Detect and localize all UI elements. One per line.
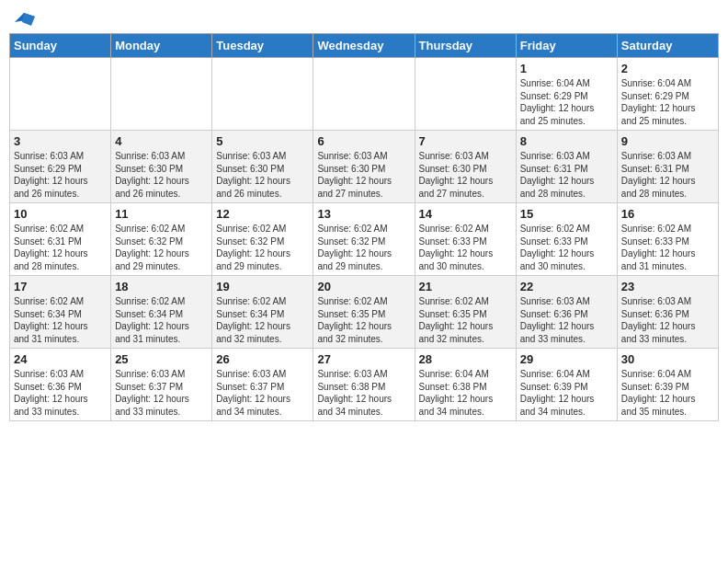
calendar-cell <box>111 58 212 131</box>
day-number: 10 <box>14 207 107 221</box>
day-number: 16 <box>621 207 714 221</box>
day-info: Sunrise: 6:03 AM Sunset: 6:36 PM Dayligh… <box>621 295 714 345</box>
day-number: 26 <box>216 352 309 366</box>
day-info: Sunrise: 6:02 AM Sunset: 6:31 PM Dayligh… <box>14 223 107 272</box>
calendar-cell: 19Sunrise: 6:02 AM Sunset: 6:34 PM Dayli… <box>212 276 313 349</box>
day-info: Sunrise: 6:03 AM Sunset: 6:37 PM Dayligh… <box>115 368 208 418</box>
day-number: 29 <box>520 352 613 366</box>
day-info: Sunrise: 6:02 AM Sunset: 6:34 PM Dayligh… <box>14 295 107 345</box>
calendar-cell: 24Sunrise: 6:03 AM Sunset: 6:36 PM Dayli… <box>10 349 111 421</box>
day-info: Sunrise: 6:04 AM Sunset: 6:39 PM Dayligh… <box>520 368 613 418</box>
day-number: 28 <box>419 352 512 366</box>
calendar-cell: 30Sunrise: 6:04 AM Sunset: 6:39 PM Dayli… <box>617 349 718 421</box>
calendar-cell <box>415 58 516 131</box>
calendar-cell: 3Sunrise: 6:03 AM Sunset: 6:29 PM Daylig… <box>10 131 111 203</box>
calendar-week-1: 1Sunrise: 6:04 AM Sunset: 6:29 PM Daylig… <box>10 58 719 131</box>
day-number: 17 <box>14 280 107 293</box>
calendar-cell: 25Sunrise: 6:03 AM Sunset: 6:37 PM Dayli… <box>111 349 212 421</box>
day-number: 6 <box>317 134 410 148</box>
calendar-cell: 23Sunrise: 6:03 AM Sunset: 6:36 PM Dayli… <box>617 276 718 349</box>
calendar-cell <box>10 58 111 131</box>
calendar-cell: 29Sunrise: 6:04 AM Sunset: 6:39 PM Dayli… <box>516 349 617 421</box>
calendar-cell: 4Sunrise: 6:03 AM Sunset: 6:30 PM Daylig… <box>111 131 212 203</box>
day-info: Sunrise: 6:03 AM Sunset: 6:38 PM Dayligh… <box>317 368 410 418</box>
calendar-cell <box>313 58 415 131</box>
calendar-cell: 9Sunrise: 6:03 AM Sunset: 6:31 PM Daylig… <box>617 131 718 203</box>
calendar-cell: 12Sunrise: 6:02 AM Sunset: 6:32 PM Dayli… <box>212 203 313 276</box>
calendar-cell: 22Sunrise: 6:03 AM Sunset: 6:36 PM Dayli… <box>516 276 617 349</box>
day-number: 22 <box>520 280 613 293</box>
header-day-thursday: Thursday <box>415 34 516 58</box>
calendar-cell: 13Sunrise: 6:02 AM Sunset: 6:32 PM Dayli… <box>313 203 415 276</box>
calendar-cell: 17Sunrise: 6:02 AM Sunset: 6:34 PM Dayli… <box>10 276 111 349</box>
day-number: 19 <box>216 280 309 293</box>
header-day-wednesday: Wednesday <box>313 34 415 58</box>
header-day-monday: Monday <box>111 34 212 58</box>
calendar-cell: 1Sunrise: 6:04 AM Sunset: 6:29 PM Daylig… <box>516 58 617 131</box>
day-number: 13 <box>317 207 410 221</box>
day-info: Sunrise: 6:02 AM Sunset: 6:34 PM Dayligh… <box>216 295 309 345</box>
calendar-cell: 7Sunrise: 6:03 AM Sunset: 6:30 PM Daylig… <box>415 131 516 203</box>
day-info: Sunrise: 6:02 AM Sunset: 6:35 PM Dayligh… <box>317 295 410 345</box>
day-info: Sunrise: 6:03 AM Sunset: 6:31 PM Dayligh… <box>621 150 714 200</box>
header-day-sunday: Sunday <box>10 34 111 58</box>
day-number: 8 <box>520 134 613 148</box>
day-info: Sunrise: 6:02 AM Sunset: 6:35 PM Dayligh… <box>419 295 512 345</box>
calendar-cell: 11Sunrise: 6:02 AM Sunset: 6:32 PM Dayli… <box>111 203 212 276</box>
calendar-cell: 16Sunrise: 6:02 AM Sunset: 6:33 PM Dayli… <box>617 203 718 276</box>
calendar-cell: 21Sunrise: 6:02 AM Sunset: 6:35 PM Dayli… <box>415 276 516 349</box>
day-info: Sunrise: 6:04 AM Sunset: 6:39 PM Dayligh… <box>621 368 714 418</box>
day-number: 23 <box>621 280 714 293</box>
calendar-cell: 10Sunrise: 6:02 AM Sunset: 6:31 PM Dayli… <box>10 203 111 276</box>
day-info: Sunrise: 6:03 AM Sunset: 6:29 PM Dayligh… <box>14 150 107 200</box>
day-number: 18 <box>115 280 208 293</box>
day-info: Sunrise: 6:04 AM Sunset: 6:29 PM Dayligh… <box>621 77 714 127</box>
calendar-cell: 2Sunrise: 6:04 AM Sunset: 6:29 PM Daylig… <box>617 58 718 131</box>
day-info: Sunrise: 6:02 AM Sunset: 6:33 PM Dayligh… <box>621 223 714 272</box>
day-info: Sunrise: 6:02 AM Sunset: 6:32 PM Dayligh… <box>216 223 309 272</box>
day-info: Sunrise: 6:03 AM Sunset: 6:37 PM Dayligh… <box>216 368 309 418</box>
day-number: 30 <box>621 352 714 366</box>
header-day-tuesday: Tuesday <box>212 34 313 58</box>
day-info: Sunrise: 6:02 AM Sunset: 6:32 PM Dayligh… <box>317 223 410 272</box>
calendar-cell: 5Sunrise: 6:03 AM Sunset: 6:30 PM Daylig… <box>212 131 313 203</box>
page-header <box>9 9 719 29</box>
calendar-cell: 18Sunrise: 6:02 AM Sunset: 6:34 PM Dayli… <box>111 276 212 349</box>
calendar-cell: 26Sunrise: 6:03 AM Sunset: 6:37 PM Dayli… <box>212 349 313 421</box>
day-number: 5 <box>216 134 309 148</box>
day-number: 3 <box>14 134 107 148</box>
day-number: 11 <box>115 207 208 221</box>
calendar-cell: 28Sunrise: 6:04 AM Sunset: 6:38 PM Dayli… <box>415 349 516 421</box>
calendar-cell: 8Sunrise: 6:03 AM Sunset: 6:31 PM Daylig… <box>516 131 617 203</box>
calendar-week-3: 10Sunrise: 6:02 AM Sunset: 6:31 PM Dayli… <box>10 203 719 276</box>
day-info: Sunrise: 6:03 AM Sunset: 6:31 PM Dayligh… <box>520 150 613 200</box>
day-info: Sunrise: 6:03 AM Sunset: 6:36 PM Dayligh… <box>520 295 613 345</box>
logo <box>13 9 35 29</box>
calendar-body: 1Sunrise: 6:04 AM Sunset: 6:29 PM Daylig… <box>10 58 719 421</box>
day-number: 25 <box>115 352 208 366</box>
calendar-week-2: 3Sunrise: 6:03 AM Sunset: 6:29 PM Daylig… <box>10 131 719 203</box>
day-info: Sunrise: 6:02 AM Sunset: 6:32 PM Dayligh… <box>115 223 208 272</box>
calendar-table: SundayMondayTuesdayWednesdayThursdayFrid… <box>9 33 719 421</box>
calendar-cell: 14Sunrise: 6:02 AM Sunset: 6:33 PM Dayli… <box>415 203 516 276</box>
header-day-saturday: Saturday <box>617 34 718 58</box>
calendar-cell: 6Sunrise: 6:03 AM Sunset: 6:30 PM Daylig… <box>313 131 415 203</box>
day-info: Sunrise: 6:02 AM Sunset: 6:34 PM Dayligh… <box>115 295 208 345</box>
header-day-friday: Friday <box>516 34 617 58</box>
day-info: Sunrise: 6:04 AM Sunset: 6:38 PM Dayligh… <box>419 368 512 418</box>
day-number: 2 <box>621 62 714 75</box>
day-number: 4 <box>115 134 208 148</box>
day-number: 12 <box>216 207 309 221</box>
day-number: 20 <box>317 280 410 293</box>
day-info: Sunrise: 6:03 AM Sunset: 6:30 PM Dayligh… <box>216 150 309 200</box>
day-info: Sunrise: 6:02 AM Sunset: 6:33 PM Dayligh… <box>419 223 512 272</box>
calendar-week-5: 24Sunrise: 6:03 AM Sunset: 6:36 PM Dayli… <box>10 349 719 421</box>
day-number: 24 <box>14 352 107 366</box>
svg-marker-1 <box>22 13 35 26</box>
day-number: 1 <box>520 62 613 75</box>
logo-bird-icon <box>15 13 35 29</box>
day-number: 9 <box>621 134 714 148</box>
day-number: 27 <box>317 352 410 366</box>
day-info: Sunrise: 6:03 AM Sunset: 6:30 PM Dayligh… <box>115 150 208 200</box>
day-info: Sunrise: 6:04 AM Sunset: 6:29 PM Dayligh… <box>520 77 613 127</box>
